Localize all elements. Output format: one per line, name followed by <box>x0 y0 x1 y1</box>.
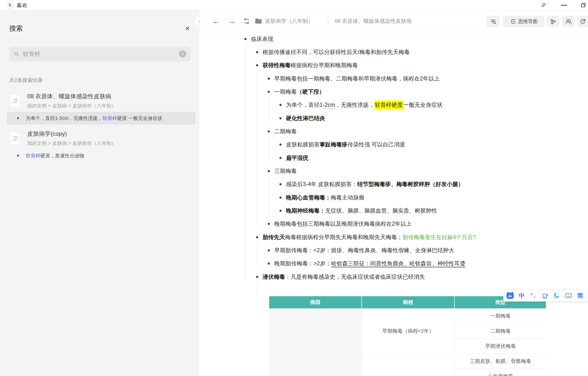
search-input[interactable] <box>23 51 179 57</box>
outline-bullet[interactable] <box>279 157 282 159</box>
outline-bullet[interactable] <box>268 262 270 265</box>
outline-bullet[interactable] <box>256 236 258 238</box>
ime-clipboard-icon[interactable] <box>541 291 549 300</box>
search-panel-title: 搜索 <box>9 24 23 33</box>
outline-bullet[interactable] <box>256 276 258 278</box>
table-type-column: 一期梅毒二期梅毒早期潜伏梅毒三期皮肤、黏膜、骨骼梅毒心血管梅毒 <box>455 308 546 376</box>
text-segment: 获得性梅毒 <box>263 62 291 69</box>
baidu-ime-logo-icon[interactable]: du <box>506 292 514 299</box>
text-segment: 晚期梅毒包括三期梅毒以及晚期潜伏梅毒病程在2年以上 <box>274 220 412 228</box>
outline-bullet[interactable] <box>268 170 270 172</box>
text-segment: 胎传先天 <box>263 233 285 241</box>
share-button[interactable] <box>547 16 559 27</box>
mindmap-button[interactable]: 思维导图 <box>503 16 545 27</box>
text-segment: （硬下疳） <box>297 88 325 95</box>
outline-bullet[interactable] <box>279 197 282 199</box>
table-header-cell: 病因 <box>269 296 362 308</box>
indent-guide-line <box>257 243 257 267</box>
text-segment: 掌趾梅毒疹 <box>320 141 348 148</box>
outline-bullet[interactable] <box>268 91 270 93</box>
document-canvas: 病因 病程 类型 获得性梅毒（后天性梅毒） 早期梅毒（病程<2年） 一期梅毒二期… <box>199 0 588 376</box>
collaborators-button[interactable] <box>562 16 575 27</box>
outline-bullet[interactable] <box>268 130 270 133</box>
ime-chinese-mode[interactable]: 中 <box>518 291 526 300</box>
outline-row[interactable]: 根据传播途径不同，可以分获得性后天/梅毒和胎传先天梅毒 <box>199 45 588 59</box>
breadcrumb-folder[interactable]: 皮肤病学（八年制） <box>265 18 313 25</box>
list-search-icon <box>490 18 496 25</box>
outline-row[interactable]: 获得性梅毒根据病程分早期和晚期梅毒 <box>199 59 588 72</box>
table-cell: 二期梅毒 <box>455 324 546 339</box>
outline-bullet[interactable] <box>279 183 282 185</box>
text-segment: 晚期神经梅毒： <box>286 207 325 215</box>
close-search-icon[interactable]: × <box>182 23 193 33</box>
text-segment: 潜伏梅毒 <box>263 273 285 281</box>
outline-row[interactable]: 胎传先天梅毒根据病程分早期先天梅毒和晚期先天梅毒；胎传梅毒发生在妊娠4个月后? <box>199 230 588 244</box>
document-icon <box>10 94 21 107</box>
result-snippet-row[interactable]: 软骨样硬度，浆液性分泌物 <box>0 149 199 162</box>
outline-bullet[interactable] <box>268 223 270 225</box>
minimize-button[interactable] <box>560 2 567 9</box>
ime-punctuation-mode[interactable]: °， <box>529 291 538 300</box>
outline-bullet[interactable] <box>279 117 282 119</box>
outline-bullet[interactable] <box>244 38 246 40</box>
snippet-text: 为单个，直径1-2cm，无痛性溃疡，软骨样硬度 一般无全身症状 <box>26 115 162 122</box>
text-segment: 早期梅毒包括一期梅毒、二期梅毒和早期潜伏梅毒，病程在2年以上 <box>274 75 440 83</box>
forward-icon[interactable]: → <box>227 16 237 27</box>
table-cell: 心血管梅毒 <box>455 369 546 376</box>
outline-row[interactable]: 潜伏梅毒：凡是有梅毒感染史，无临床症状或者临床症状已经消失 <box>199 270 588 283</box>
result-snippet-row[interactable]: 为单个，直径1-2cm，无痛性溃疡，软骨样硬度 一般无全身症状 <box>0 112 199 125</box>
search-results-count: 共2条搜索结果 <box>9 77 43 84</box>
open-external-icon <box>579 18 586 25</box>
table-cause-column: 获得性梅毒（后天性梅毒） <box>269 308 362 376</box>
ime-simplified-mode[interactable]: 简 <box>576 291 584 300</box>
text-segment: 哈钦森三联征：间质性角膜炎、哈钦森齿、神经性耳聋 <box>331 260 465 267</box>
restore-window-button[interactable] <box>580 2 587 9</box>
people-icon <box>565 18 572 25</box>
table-course-column: 早期梅毒（病程<2年） <box>362 308 455 376</box>
text-segment: 早期胎传梅毒：<2岁：斑疹、梅毒性鼻炎、梅毒性假瘫、全身淋巴结肿大 <box>274 247 454 254</box>
ime-night-mode-icon[interactable] <box>553 291 561 300</box>
back-icon[interactable]: ← <box>211 16 221 27</box>
clear-search-icon[interactable]: ✕ <box>179 51 186 57</box>
outline-bullet[interactable] <box>279 104 282 106</box>
outline-bullet[interactable] <box>279 210 282 212</box>
result-title: 皮肤病学(copy) <box>27 130 67 138</box>
snippet-bullet <box>17 155 19 157</box>
ime-keyboard-icon[interactable] <box>564 291 573 300</box>
text-segment: 扁平湿疣 <box>286 154 308 162</box>
indent-guide-line <box>269 98 269 121</box>
text-segment: 皮肤粘膜损害 <box>286 141 320 148</box>
sync-icon[interactable] <box>241 16 252 27</box>
outline-bullet[interactable] <box>268 78 270 80</box>
text-segment: 无症状、脑膜、脑膜血管、脑实质、树胶肿性 <box>325 207 437 215</box>
collapse-panel-button[interactable]: ‹ <box>194 17 204 27</box>
text-segment: 根据传播途径不同，可以分获得性后天/梅毒和胎传先天梅毒 <box>263 48 410 56</box>
outline-bullet[interactable] <box>268 249 270 251</box>
snippet-text: 软骨样硬度，浆液性分泌物 <box>26 153 84 159</box>
text-segment: 梅毒主动脉瘤 <box>331 194 364 201</box>
mindmap-icon <box>510 18 516 25</box>
snippet-bullet <box>17 117 19 119</box>
open-external-button[interactable] <box>577 16 588 27</box>
svg-text:du: du <box>508 294 512 298</box>
indent-guide-line <box>257 283 257 295</box>
matched-term: 软骨样 <box>26 153 40 158</box>
outline-bullet[interactable] <box>256 51 258 53</box>
ime-toolbar: du 中 °， 简 <box>503 289 588 302</box>
outline-bullet[interactable] <box>256 64 258 66</box>
outline-bullet[interactable] <box>279 144 282 146</box>
search-input-wrap[interactable]: ✕ <box>9 47 190 61</box>
window-titlebar: 幕布 <box>0 0 588 10</box>
table-header-cell: 病程 <box>362 296 455 308</box>
table-cell: 一期梅毒 <box>455 308 546 324</box>
search-panel: 搜索 × ✕ 共2条搜索结果 08 衣原体、螺旋体感染性皮肤病 我的文档 > 皮… <box>0 10 199 376</box>
pin-window-button[interactable] <box>540 2 547 9</box>
table-cell: 早期梅毒（病程<2年） <box>362 308 454 354</box>
search-icon <box>14 51 20 57</box>
text-segment: 硬化性淋巴结炎 <box>286 115 325 122</box>
outline-row[interactable]: 临床表现 <box>199 32 588 45</box>
text-segment: 临床表现 <box>251 35 273 43</box>
text-segment: 根据病程分早期和晚期梅毒 <box>291 62 358 69</box>
outline-search-button[interactable] <box>487 16 499 27</box>
text-segment: 晚期心血管梅毒： <box>286 194 331 201</box>
